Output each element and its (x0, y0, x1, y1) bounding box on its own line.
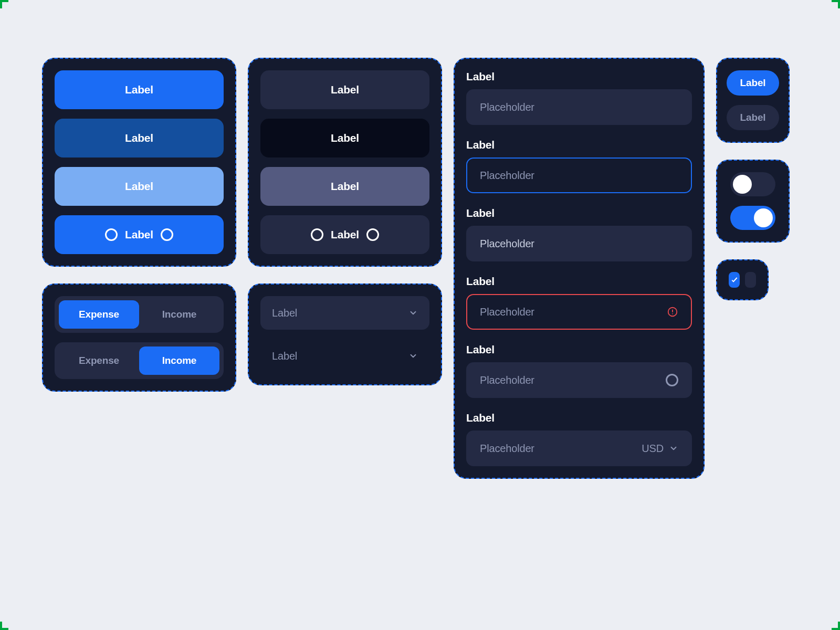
text-input[interactable]: Placeholder (466, 226, 692, 261)
button-secondary-default[interactable]: Label (260, 70, 429, 109)
input-label: Label (466, 139, 692, 151)
input-label: Label (466, 412, 692, 424)
toggle-knob (754, 208, 773, 227)
input-label: Label (466, 343, 692, 356)
input-field-active: Label Placeholder (466, 207, 692, 261)
text-input-currency[interactable]: Placeholder USD (466, 430, 692, 466)
chip-label: Label (740, 77, 766, 89)
button-primary-disabled: Label (55, 167, 224, 206)
circle-icon (311, 228, 323, 241)
input-placeholder: Placeholder (480, 443, 534, 455)
chevron-down-icon (408, 351, 418, 361)
checkbox-checked[interactable] (729, 272, 740, 288)
chip-inactive[interactable]: Label (727, 105, 780, 130)
segment-expense[interactable]: Expense (59, 300, 139, 329)
text-input[interactable]: Placeholder (466, 89, 692, 125)
segment-income[interactable]: Income (139, 300, 219, 329)
input-field-error: Label Placeholder (466, 275, 692, 330)
button-primary-icons[interactable]: Label (55, 215, 224, 254)
select-filled[interactable]: Label (260, 296, 429, 330)
column-secondary-buttons: Label Label Label Label Label La (248, 58, 442, 385)
circle-icon (105, 228, 118, 241)
panel-primary-buttons: Label Label Label Label (42, 58, 236, 267)
panel-selects: Label Label (248, 284, 442, 385)
button-label: Label (331, 180, 359, 193)
panel-toggles (716, 160, 790, 243)
panel-segmented: Expense Income Expense Income (42, 284, 236, 392)
toggle-off[interactable] (730, 172, 775, 196)
input-label: Label (466, 70, 692, 83)
chevron-down-icon (669, 444, 678, 453)
input-field-currency: Label Placeholder USD (466, 412, 692, 466)
button-secondary-icons[interactable]: Label (260, 215, 429, 254)
button-label: Label (331, 132, 359, 144)
toggle-on[interactable] (730, 206, 775, 230)
panel-inputs: Label Placeholder Label Placeholder Labe… (454, 58, 705, 479)
segment-label: Expense (79, 309, 119, 320)
button-primary-default[interactable]: Label (55, 70, 224, 109)
column-small-controls: Label Label (716, 58, 790, 300)
chevron-down-icon (408, 308, 418, 318)
check-icon (730, 276, 739, 284)
input-field-focused: Label Placeholder (466, 139, 692, 193)
column-inputs: Label Placeholder Label Placeholder Labe… (454, 58, 705, 479)
segment-expense[interactable]: Expense (59, 346, 139, 375)
button-label: Label (125, 228, 153, 241)
segment-label: Expense (79, 355, 119, 366)
currency-label: USD (642, 443, 664, 455)
currency-selector[interactable]: USD (642, 443, 678, 455)
input-placeholder: Placeholder (480, 374, 534, 386)
select-label: Label (272, 307, 297, 319)
button-label: Label (331, 228, 359, 241)
button-secondary-hover[interactable]: Label (260, 119, 429, 158)
select-label: Label (272, 350, 297, 362)
button-label: Label (125, 83, 153, 96)
circle-icon (366, 228, 379, 241)
toggle-knob (733, 175, 752, 194)
segmented-control-income[interactable]: Expense Income (55, 342, 224, 379)
circle-icon (161, 228, 173, 241)
input-label: Label (466, 207, 692, 219)
panel-secondary-buttons: Label Label Label Label (248, 58, 442, 267)
component-sheet: Label Label Label Label Expense Income (42, 58, 808, 479)
chip-active[interactable]: Label (727, 70, 780, 96)
segment-label: Income (162, 355, 197, 366)
segment-income[interactable]: Income (139, 346, 219, 375)
input-placeholder: Placeholder (480, 101, 534, 113)
input-field-trailing-icon: Label Placeholder (466, 343, 692, 398)
button-label: Label (331, 83, 359, 96)
panel-checkboxes (716, 259, 769, 300)
input-placeholder: Placeholder (480, 306, 534, 318)
input-label: Label (466, 275, 692, 288)
button-primary-hover[interactable]: Label (55, 119, 224, 158)
chip-label: Label (740, 112, 766, 123)
column-primary-buttons: Label Label Label Label Expense Income (42, 58, 236, 392)
select-ghost[interactable]: Label (260, 339, 429, 373)
button-label: Label (125, 132, 153, 144)
text-input-error[interactable]: Placeholder (466, 294, 692, 330)
circle-icon (666, 374, 678, 386)
button-label: Label (125, 180, 153, 193)
segment-label: Income (162, 309, 197, 320)
input-field-default: Label Placeholder (466, 70, 692, 125)
checkbox-unchecked[interactable] (745, 272, 756, 288)
button-secondary-disabled: Label (260, 167, 429, 206)
segmented-control-expense[interactable]: Expense Income (55, 296, 224, 333)
input-placeholder: Placeholder (480, 170, 534, 182)
text-input-with-icon[interactable]: Placeholder (466, 362, 692, 398)
alert-icon (667, 306, 678, 318)
text-input-focused[interactable]: Placeholder (466, 158, 692, 193)
panel-chips: Label Label (716, 58, 790, 143)
input-placeholder: Placeholder (480, 238, 534, 250)
